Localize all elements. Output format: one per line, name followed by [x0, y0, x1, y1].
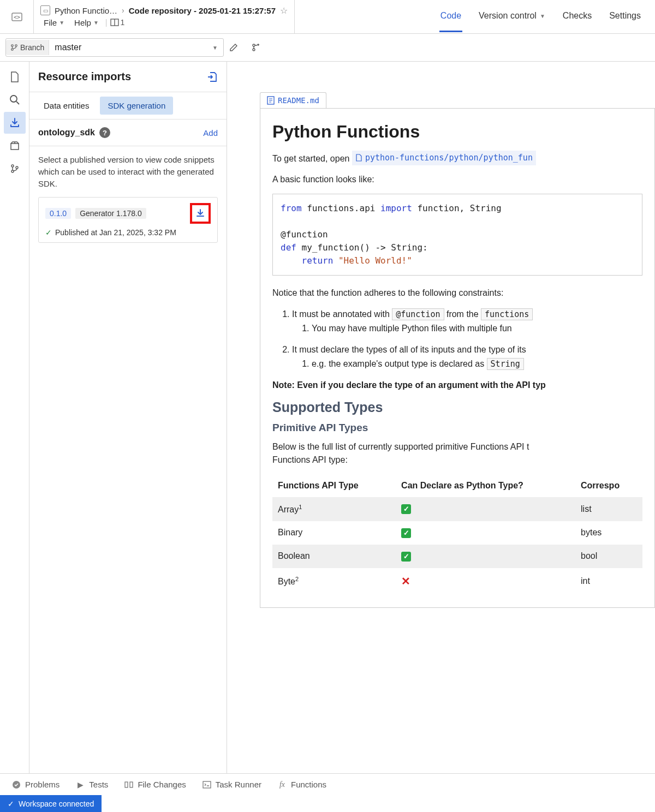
svg-point-8 [253, 49, 255, 51]
svg-point-14 [16, 166, 18, 169]
tab-version-control[interactable]: Version control▼ [478, 1, 546, 32]
add-link[interactable]: Add [203, 128, 218, 138]
table-row: Byte2✕int [272, 568, 642, 594]
svg-rect-20 [125, 782, 128, 787]
panes-icon[interactable]: 1 [110, 18, 124, 27]
file-icon [267, 96, 275, 105]
app-icon[interactable]: <> [0, 0, 34, 33]
svg-point-7 [253, 44, 255, 46]
download-button[interactable] [190, 203, 211, 224]
doc-h2: Supported Types [272, 399, 642, 415]
svg-rect-11 [11, 144, 19, 150]
breadcrumb-parent[interactable]: Python Functio… [55, 6, 117, 15]
table-row: Boolean✓bool [272, 545, 642, 568]
nav-git-icon[interactable] [4, 158, 26, 180]
version-card: 0.1.0 Generator 1.178.0 ✓ Published at J… [38, 197, 218, 243]
file-tab-label: README.md [278, 96, 319, 105]
bottombar-problems[interactable]: Problems [4, 777, 67, 792]
menu-help[interactable]: Help▼ [71, 17, 102, 28]
file-icon [355, 154, 362, 162]
caret-down-icon: ▼ [540, 13, 545, 19]
breadcrumb-current: Code repository - 2025-01-21 15:27:57 [129, 6, 276, 15]
svg-point-5 [11, 49, 14, 51]
caret-down-icon: ▼ [59, 20, 64, 26]
subtab-data-entities[interactable]: Data entities [36, 97, 97, 115]
play-icon: ▶ [76, 780, 85, 789]
terminal-icon [203, 780, 211, 789]
svg-point-12 [11, 165, 14, 167]
generator-badge: Generator 1.178.0 [75, 208, 146, 219]
edit-icon[interactable] [229, 43, 246, 52]
file-link[interactable]: python-functions/python/python_fun [352, 151, 536, 165]
table-row: Binary✓bytes [272, 521, 642, 545]
caret-down-icon: ▼ [93, 20, 99, 26]
chevron-right-icon: › [122, 6, 124, 15]
svg-point-13 [11, 170, 14, 172]
nav-files-icon[interactable] [4, 66, 26, 88]
doc-h1: Python Functions [272, 122, 642, 142]
code-block: from functions.api import function, Stri… [272, 194, 642, 276]
check-circle-icon [12, 780, 21, 789]
subtab-sdk-generation[interactable]: SDK generation [100, 97, 173, 115]
panel-description: Select a published version to view code … [38, 154, 218, 189]
branch-label-text: Branch [20, 43, 44, 52]
nav-imports-icon[interactable] [4, 112, 26, 134]
branch-icon [10, 44, 18, 51]
file-tab-readme[interactable]: README.md [260, 92, 326, 108]
branch-name: master [49, 43, 207, 52]
tab-checks[interactable]: Checks [562, 1, 593, 32]
bottombar-task-runner[interactable]: Task Runner [195, 777, 269, 792]
svg-point-4 [11, 45, 14, 47]
svg-rect-22 [203, 781, 211, 788]
tab-code[interactable]: Code [439, 1, 462, 32]
list-item: It must be annotated with @function from… [292, 307, 642, 335]
breadcrumb: ▭ Python Functio… › Code repository - 20… [40, 5, 288, 16]
svg-text:<>: <> [13, 14, 20, 20]
star-icon[interactable]: ☆ [280, 5, 288, 16]
status-text: Workspace connected [19, 799, 94, 808]
doc-h3: Primitive API Types [272, 422, 642, 434]
panes-count: 1 [120, 18, 124, 27]
types-table: Functions API Type Can Declare as Python… [272, 474, 642, 594]
download-icon [195, 208, 206, 219]
svg-line-10 [16, 101, 19, 104]
version-badge: 0.1.0 [45, 208, 71, 219]
bottombar-functions[interactable]: fx Functions [270, 777, 334, 792]
tab-settings[interactable]: Settings [608, 1, 642, 32]
panel-title: Resource imports [38, 70, 131, 83]
help-icon[interactable]: ? [99, 127, 110, 138]
nav-search-icon[interactable] [4, 89, 26, 111]
table-row: Array1✓list [272, 497, 642, 521]
branch-selector[interactable]: Branch master ▼ [5, 38, 224, 57]
nav-package-icon[interactable] [4, 135, 26, 157]
check-icon: ✓ [8, 799, 14, 808]
import-file-icon[interactable] [207, 71, 218, 82]
menu-file[interactable]: File▼ [40, 17, 68, 28]
readme-content: Python Functions To get started, open py… [260, 108, 655, 608]
bottombar-file-changes[interactable]: File Changes [117, 777, 193, 792]
check-icon: ✓ [45, 228, 52, 237]
sdk-name: ontology_sdk ? [38, 127, 110, 138]
new-branch-icon[interactable] [251, 43, 267, 52]
list-item: It must declare the types of all of its … [292, 343, 642, 371]
caret-down-icon: ▼ [207, 45, 223, 51]
svg-point-6 [15, 45, 17, 47]
fx-icon: fx [278, 780, 287, 789]
folder-icon: ▭ [40, 5, 50, 15]
svg-point-9 [10, 95, 17, 102]
diff-icon [124, 780, 133, 789]
svg-rect-21 [130, 782, 133, 787]
note-text: Note: Even if you declare the type of an… [272, 380, 546, 390]
status-workspace[interactable]: ✓ Workspace connected [0, 795, 102, 812]
published-text: Published at Jan 21, 2025, 3:32 PM [55, 228, 176, 237]
bottombar-tests[interactable]: ▶ Tests [68, 777, 116, 792]
